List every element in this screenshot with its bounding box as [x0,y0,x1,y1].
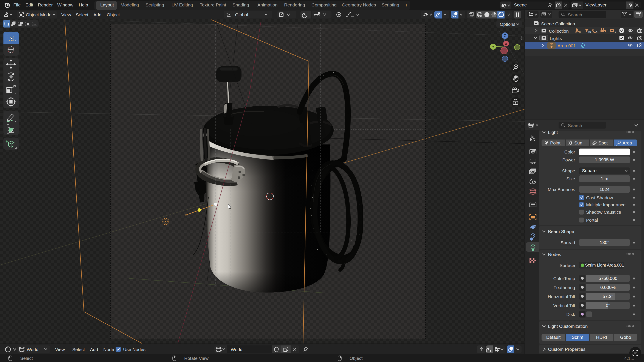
svg-text:Z: Z [504,34,506,38]
svg-text:X: X [505,42,507,46]
svg-text:7: 7 [615,30,616,33]
svg-text:Sun: Sun [574,140,582,145]
svg-text:Point: Point [550,140,560,145]
svg-text:5: 5 [596,30,598,33]
svg-text:Y: Y [492,45,494,49]
svg-text:8: 8 [579,30,581,33]
svg-text:49: 49 [588,30,591,33]
svg-text:Spot: Spot [598,140,608,145]
svg-text:Area: Area [622,140,632,145]
